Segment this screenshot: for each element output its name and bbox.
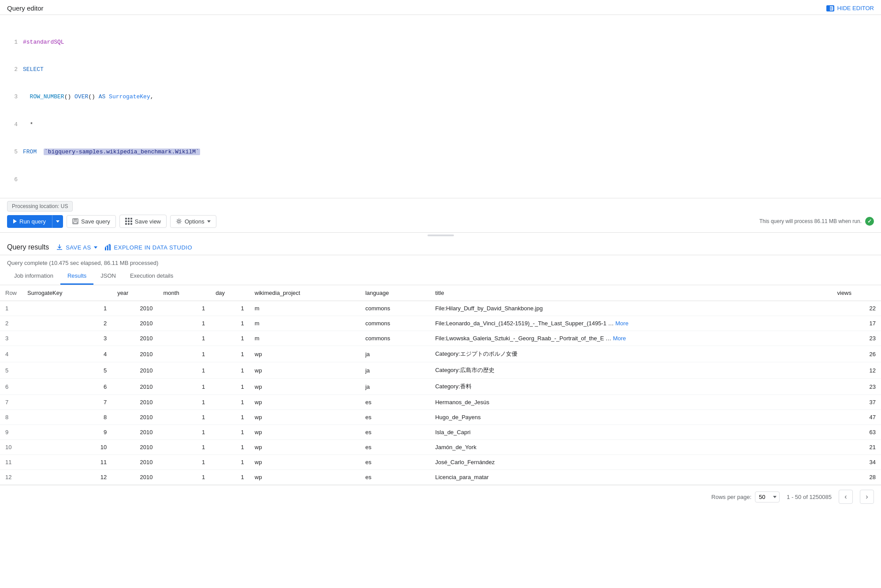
table-row: 1 1 2010 1 1 m commons File:Hilary_Duff_… — [0, 301, 881, 316]
save-as-button[interactable]: SAVE AS — [56, 244, 97, 251]
hide-editor-icon — [827, 5, 833, 11]
cell-project: wp — [249, 346, 360, 362]
col-header-day: day — [210, 285, 249, 301]
col-header-row: Row — [0, 285, 22, 301]
cell-surrogate: 7 — [22, 395, 112, 410]
cell-project: wp — [249, 362, 360, 379]
save-icon — [72, 218, 78, 224]
rows-per-page-control: Rows per page: 50 100 250 500 — [711, 491, 780, 502]
save-query-button[interactable]: Save query — [67, 215, 116, 228]
rows-per-page-select[interactable]: 50 100 250 500 — [755, 491, 780, 502]
tab-job-information[interactable]: Job information — [7, 268, 60, 285]
cell-views: 34 — [832, 455, 881, 470]
cell-surrogate: 1 — [22, 301, 112, 316]
cell-month: 1 — [158, 316, 211, 331]
chevron-down-icon — [56, 220, 59, 223]
cell-language: es — [360, 410, 430, 425]
status-area: Query complete (10.475 sec elapsed, 86.1… — [0, 255, 881, 268]
more-link[interactable]: More — [615, 320, 628, 327]
cell-year: 2010 — [112, 331, 158, 346]
cell-year: 2010 — [112, 395, 158, 410]
cell-month: 1 — [158, 455, 211, 470]
svg-rect-10 — [107, 246, 108, 250]
tab-results[interactable]: Results — [60, 268, 93, 285]
options-button[interactable]: Options — [170, 215, 216, 228]
explore-icon — [104, 244, 112, 251]
cell-row: 9 — [0, 425, 22, 440]
cell-title: File:Leonardo_da_Vinci_(1452-1519)_-_The… — [430, 316, 832, 331]
cell-project: wp — [249, 425, 360, 440]
cell-year: 2010 — [112, 455, 158, 470]
tab-json[interactable]: JSON — [93, 268, 123, 285]
cell-day: 1 — [210, 346, 249, 362]
drag-handle[interactable] — [0, 233, 881, 238]
col-header-surrogate-key: SurrogateKey — [22, 285, 112, 301]
cell-day: 1 — [210, 455, 249, 470]
cell-month: 1 — [158, 395, 211, 410]
cell-surrogate: 5 — [22, 362, 112, 379]
cell-day: 1 — [210, 362, 249, 379]
table-row: 2 2 2010 1 1 m commons File:Leonardo_da_… — [0, 316, 881, 331]
cell-language: es — [360, 395, 430, 410]
cell-surrogate: 12 — [22, 470, 112, 485]
col-header-title: title — [430, 285, 832, 301]
code-line-5: 5 FROM `bigquery-samples.wikipedia_bench… — [7, 148, 874, 157]
cell-language: es — [360, 425, 430, 440]
cell-month: 1 — [158, 425, 211, 440]
table-row: 7 7 2010 1 1 wp es Hermanos_de_Jesús 37 — [0, 395, 881, 410]
cell-day: 1 — [210, 440, 249, 455]
svg-rect-9 — [105, 247, 106, 250]
cell-year: 2010 — [112, 301, 158, 316]
cell-year: 2010 — [112, 362, 158, 379]
cell-year: 2010 — [112, 425, 158, 440]
results-title: Query results — [7, 243, 49, 251]
editor-icon — [826, 5, 834, 11]
save-view-label: Save view — [135, 218, 161, 225]
save-as-icon — [56, 244, 63, 251]
save-view-button[interactable]: Save view — [119, 215, 167, 228]
table-row: 6 6 2010 1 1 wp ja Category:香料 23 — [0, 379, 881, 395]
query-status: Query complete (10.475 sec elapsed, 86.1… — [7, 260, 158, 266]
tab-execution-details[interactable]: Execution details — [123, 268, 180, 285]
cell-month: 1 — [158, 379, 211, 395]
cell-day: 1 — [210, 425, 249, 440]
cell-month: 1 — [158, 362, 211, 379]
svg-point-8 — [178, 220, 180, 223]
pagination-info: 1 - 50 of 1250085 — [787, 494, 832, 500]
svg-rect-7 — [74, 222, 77, 223]
table-row: 9 9 2010 1 1 wp es Isla_de_Capri 63 — [0, 425, 881, 440]
run-query-dropdown[interactable] — [52, 217, 63, 226]
table-body: 1 1 2010 1 1 m commons File:Hilary_Duff_… — [0, 301, 881, 485]
cell-title: Licencia_para_matar — [430, 470, 832, 485]
svg-rect-11 — [109, 245, 111, 250]
explore-data-studio-button[interactable]: EXPLORE IN DATA STUDIO — [104, 244, 192, 251]
cell-day: 1 — [210, 301, 249, 316]
cell-day: 1 — [210, 331, 249, 346]
cell-day: 1 — [210, 410, 249, 425]
cell-year: 2010 — [112, 316, 158, 331]
run-query-button[interactable]: Run query — [7, 215, 63, 228]
next-page-button[interactable]: › — [860, 490, 874, 504]
cell-title: Category:エジプトのポルノ女優 — [430, 346, 832, 362]
col-header-year: year — [112, 285, 158, 301]
cell-project: m — [249, 331, 360, 346]
hide-editor-button[interactable]: HIDE EDITOR — [826, 5, 874, 11]
previous-page-button[interactable]: ‹ — [839, 490, 853, 504]
table-row: 10 10 2010 1 1 wp es Jamón_de_York 21 — [0, 440, 881, 455]
code-editor[interactable]: 1 #standardSQL 2 SELECT 3 ROW_NUMBER() O… — [0, 15, 881, 198]
cell-title: Jamón_de_York — [430, 440, 832, 455]
code-line-2: 2 SELECT — [7, 65, 874, 74]
more-link[interactable]: More — [613, 335, 626, 342]
cell-project: wp — [249, 455, 360, 470]
toolbar: Processing location: US Run query Save q… — [0, 198, 881, 233]
save-query-label: Save query — [81, 218, 110, 225]
cell-language: es — [360, 440, 430, 455]
cell-row: 7 — [0, 395, 22, 410]
table-row: 8 8 2010 1 1 wp es Hugo_de_Payens 47 — [0, 410, 881, 425]
cell-project: wp — [249, 470, 360, 485]
cell-surrogate: 11 — [22, 455, 112, 470]
run-query-main[interactable]: Run query — [7, 215, 52, 228]
cell-month: 1 — [158, 440, 211, 455]
cell-day: 1 — [210, 379, 249, 395]
cell-title: Hugo_de_Payens — [430, 410, 832, 425]
